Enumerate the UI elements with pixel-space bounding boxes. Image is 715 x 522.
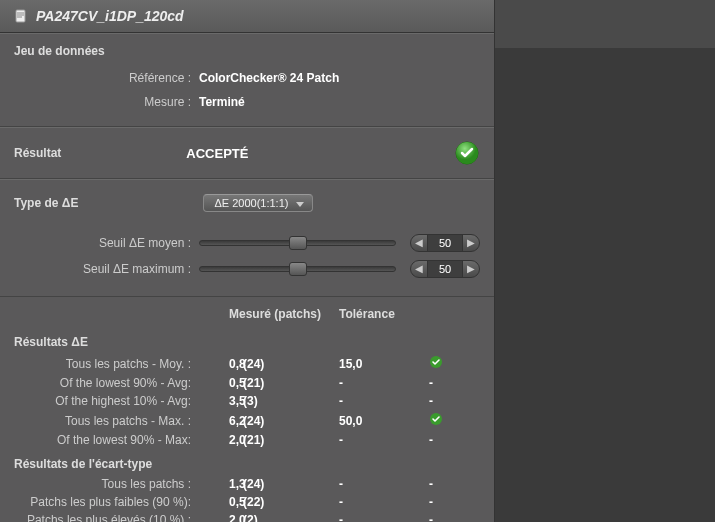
row-status: - <box>429 477 480 491</box>
avg-threshold-value[interactable]: 50 <box>427 235 463 251</box>
data-row: Patchs les plus élevés (10 %) :2,0(2)-- <box>0 511 494 522</box>
row-label: Patchs les plus faibles (90 %): <box>14 495 199 509</box>
row-patches: (24) <box>235 477 339 491</box>
result-value: ACCEPTÉ <box>186 146 248 161</box>
result-label: Résultat <box>14 146 61 160</box>
preview-panel <box>495 48 715 522</box>
row-label: Patchs les plus élevés (10 %) : <box>14 513 199 522</box>
row-status: - <box>429 433 480 447</box>
page-title: PA247CV_i1DP_120cd <box>36 8 184 24</box>
deltae-type-label: Type de ΔE <box>14 196 78 210</box>
row-tolerance: - <box>339 513 429 522</box>
row-status: - <box>429 513 480 522</box>
avg-threshold-slider[interactable] <box>199 240 396 246</box>
max-threshold-value[interactable]: 50 <box>427 261 463 277</box>
row-measured: 2,0 <box>199 433 235 447</box>
row-label: Of the lowest 90% - Avg: <box>14 376 199 390</box>
col-measured: Mesuré (patchs) <box>199 307 339 321</box>
stepper-increase[interactable]: ▶ <box>463 235 479 251</box>
avg-threshold-row: Seuil ΔE moyen : ◀ 50 ▶ <box>14 234 480 252</box>
row-measured: 0,8 <box>199 357 235 371</box>
row-measured: 3,5 <box>199 394 235 408</box>
de-results-title: Résultats ΔE <box>0 327 494 353</box>
row-measured: 2,0 <box>199 513 235 522</box>
row-measured: 6,2 <box>199 414 235 428</box>
row-measured: 0,5 <box>199 495 235 509</box>
row-label: Tous les patchs : <box>14 477 199 491</box>
row-label: Of the lowest 90% - Max: <box>14 433 199 447</box>
ok-dash: - <box>429 513 433 522</box>
ok-dash: - <box>429 495 433 509</box>
deltae-type-dropdown[interactable]: ΔE 2000(1:1:1) <box>203 194 313 212</box>
avg-threshold-stepper: ◀ 50 ▶ <box>410 234 480 252</box>
ok-dash: - <box>429 433 433 447</box>
row-patches: (24) <box>235 357 339 371</box>
dataset-section: Jeu de données Référence : ColorChecker®… <box>0 33 494 127</box>
row-status: - <box>429 394 480 408</box>
row-label: Tous les patchs - Max. : <box>14 414 199 428</box>
data-row: Tous les patchs - Max. :6,2(24)50,0 <box>0 410 494 431</box>
deltae-section: Type de ΔE ΔE 2000(1:1:1) Seuil ΔE moyen… <box>0 179 494 297</box>
row-tolerance: - <box>339 433 429 447</box>
measure-value: Terminé <box>199 95 245 109</box>
row-patches: (3) <box>235 394 339 408</box>
ok-icon <box>429 412 443 426</box>
row-label: Tous les patchs - Moy. : <box>14 357 199 371</box>
svg-rect-0 <box>16 10 25 22</box>
row-tolerance: - <box>339 394 429 408</box>
ok-icon <box>429 355 443 369</box>
max-threshold-label: Seuil ΔE maximum : <box>14 262 199 276</box>
row-tolerance: - <box>339 376 429 390</box>
dataset-title: Jeu de données <box>14 44 480 58</box>
avg-threshold-label: Seuil ΔE moyen : <box>14 236 199 250</box>
row-tolerance: 50,0 <box>339 414 429 428</box>
data-row: Patchs les plus faibles (90 %):0,5(22)-- <box>0 493 494 511</box>
row-tolerance: 15,0 <box>339 357 429 371</box>
row-measured: 0,5 <box>199 376 235 390</box>
row-status: - <box>429 495 480 509</box>
row-status: - <box>429 376 480 390</box>
row-measured: 1,3 <box>199 477 235 491</box>
max-threshold-row: Seuil ΔE maximum : ◀ 50 ▶ <box>14 260 480 278</box>
ok-dash: - <box>429 394 433 408</box>
row-patches: (24) <box>235 414 339 428</box>
ok-dash: - <box>429 477 433 491</box>
main-panel: PA247CV_i1DP_120cd Jeu de données Référe… <box>0 0 495 522</box>
row-status <box>429 355 480 372</box>
data-row: Of the highest 10% - Avg:3,5(3)-- <box>0 392 494 410</box>
data-row: Of the lowest 90% - Avg:0,5(21)-- <box>0 374 494 392</box>
row-tolerance: - <box>339 495 429 509</box>
reference-value: ColorChecker® 24 Patch <box>199 71 339 85</box>
row-patches: (21) <box>235 433 339 447</box>
col-tolerance: Tolérance <box>339 307 429 321</box>
row-label: Of the highest 10% - Avg: <box>14 394 199 408</box>
row-patches: (22) <box>235 495 339 509</box>
slider-thumb[interactable] <box>289 236 307 250</box>
row-status <box>429 412 480 429</box>
max-threshold-stepper: ◀ 50 ▶ <box>410 260 480 278</box>
stepper-decrease[interactable]: ◀ <box>411 261 427 277</box>
stepper-decrease[interactable]: ◀ <box>411 235 427 251</box>
reference-row: Référence : ColorChecker® 24 Patch <box>14 68 480 88</box>
slider-thumb[interactable] <box>289 262 307 276</box>
data-row: Tous les patchs :1,3(24)-- <box>0 475 494 493</box>
columns-header: Mesuré (patchs) Tolérance <box>0 297 494 327</box>
stepper-increase[interactable]: ▶ <box>463 261 479 277</box>
row-tolerance: - <box>339 477 429 491</box>
std-results-title: Résultats de l'écart-type <box>0 449 494 475</box>
max-threshold-slider[interactable] <box>199 266 396 272</box>
reference-label: Référence : <box>14 71 199 85</box>
header: PA247CV_i1DP_120cd <box>0 0 494 33</box>
measure-label: Mesure : <box>14 95 199 109</box>
data-row: Of the lowest 90% - Max:2,0(21)-- <box>0 431 494 449</box>
check-icon <box>454 140 480 166</box>
row-patches: (2) <box>235 513 339 522</box>
ok-dash: - <box>429 376 433 390</box>
data-row: Tous les patchs - Moy. :0,8(24)15,0 <box>0 353 494 374</box>
deltae-type-value: ΔE 2000(1:1:1) <box>214 197 288 209</box>
row-patches: (21) <box>235 376 339 390</box>
result-section: Résultat ACCEPTÉ <box>0 127 494 179</box>
measure-row: Mesure : Terminé <box>14 92 480 112</box>
document-icon <box>14 9 28 23</box>
